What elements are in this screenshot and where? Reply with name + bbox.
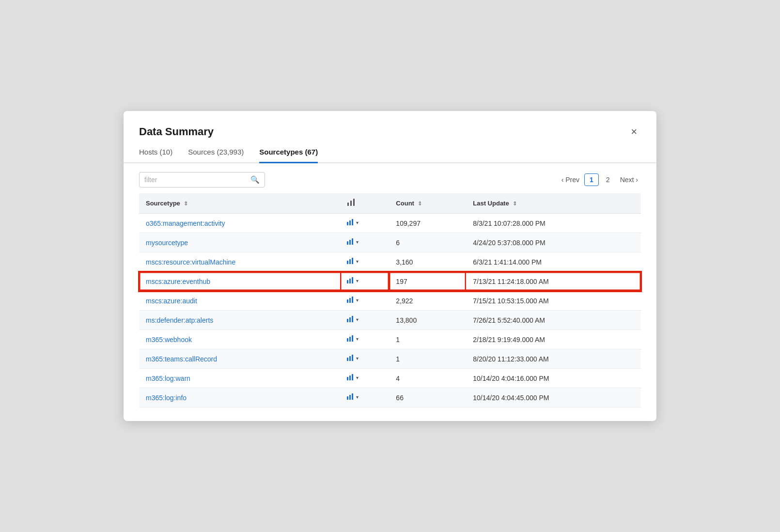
sourcetype-link[interactable]: o365:management:activity — [146, 219, 225, 227]
last-update-cell: 6/3/21 1:41:14.000 PM — [466, 252, 641, 272]
close-button[interactable]: × — [627, 125, 641, 139]
toolbar: 🔍 ‹ Prev12Next › — [124, 163, 656, 193]
table-row: mscs:resource:virtualMachine ▾ 3,1606/3/… — [139, 252, 641, 272]
modal-title: Data Summary — [139, 125, 214, 138]
sourcetype-cell: o365:management:activity — [139, 214, 340, 233]
sourcetype-cell: mysourcetype — [139, 233, 340, 252]
tab-hosts[interactable]: Hosts (10) — [139, 148, 172, 163]
last-update-cell: 2/18/21 9:19:49.000 AM — [466, 330, 641, 349]
chart-dropdown-arrow[interactable]: ▾ — [356, 317, 359, 322]
svg-rect-14 — [352, 277, 353, 283]
chart-cell: ▾ — [340, 349, 389, 369]
svg-rect-13 — [349, 279, 351, 283]
chart-cell: ▾ — [340, 252, 389, 272]
bar-chart-icon[interactable]: ▾ — [347, 219, 359, 226]
col-header-last_update[interactable]: Last Update ⇕ — [466, 193, 641, 214]
chart-cell: ▾ — [340, 388, 389, 407]
table-row: m365:webhook ▾ 12/18/21 9:19:49.000 AM — [139, 330, 641, 349]
next-page-button[interactable]: Next › — [617, 174, 641, 186]
filter-input[interactable] — [144, 176, 247, 184]
last-update-cell: 10/14/20 4:04:45.000 PM — [466, 388, 641, 407]
prev-page-button[interactable]: ‹ Prev — [559, 174, 582, 186]
chart-dropdown-arrow[interactable]: ▾ — [356, 239, 359, 245]
svg-rect-32 — [352, 393, 353, 400]
sourcetype-cell: mscs:resource:virtualMachine — [139, 252, 340, 272]
chart-dropdown-arrow[interactable]: ▾ — [356, 220, 359, 225]
svg-rect-11 — [352, 258, 353, 264]
svg-rect-18 — [347, 319, 348, 322]
table-row: m365:log:warn ▾ 410/14/20 4:04:16.000 PM — [139, 369, 641, 388]
modal-header: Data Summary × — [124, 111, 656, 139]
table-wrap: Sourcetype ⇕Count ⇕Last Update ⇕ o365:ma… — [124, 193, 656, 421]
svg-rect-29 — [352, 374, 353, 380]
page-button-2[interactable]: 2 — [601, 173, 615, 186]
sourcetype-link[interactable]: mscs:azure:audit — [146, 297, 197, 305]
bar-chart-icon[interactable]: ▾ — [347, 258, 359, 265]
svg-rect-28 — [349, 376, 351, 380]
tab-sourcetypes[interactable]: Sourcetypes (67) — [259, 148, 318, 163]
table-row: mysourcetype ▾ 64/24/20 5:37:08.000 PM — [139, 233, 641, 252]
sourcetype-cell: m365:log:warn — [139, 369, 340, 388]
chart-dropdown-arrow[interactable]: ▾ — [356, 394, 359, 400]
table-row: m365:log:info ▾ 6610/14/20 4:04:45.000 P… — [139, 388, 641, 407]
chart-cell: ▾ — [340, 233, 389, 252]
svg-rect-9 — [347, 261, 348, 264]
sourcetype-link[interactable]: mscs:azure:eventhub — [146, 278, 210, 285]
bar-chart-icon[interactable]: ▾ — [347, 355, 359, 361]
tab-sources[interactable]: Sources (23,993) — [188, 148, 244, 163]
svg-rect-8 — [352, 238, 353, 245]
svg-rect-7 — [349, 240, 351, 245]
sourcetype-link[interactable]: mscs:resource:virtualMachine — [146, 258, 235, 266]
count-cell: 6 — [389, 233, 466, 252]
data-summary-modal: Data Summary × Hosts (10)Sources (23,993… — [124, 111, 656, 421]
tabs-row: Hosts (10)Sources (23,993)Sourcetypes (6… — [124, 139, 656, 163]
chart-cell: ▾ — [340, 369, 389, 388]
table-row: mscs:azure:audit ▾ 2,9227/15/21 10:53:15… — [139, 291, 641, 311]
count-cell: 1 — [389, 330, 466, 349]
bar-chart-icon[interactable]: ▾ — [347, 277, 359, 284]
last-update-cell: 7/15/21 10:53:15.000 AM — [466, 291, 641, 311]
sort-icon-last_update: ⇕ — [511, 201, 517, 206]
last-update-cell: 10/14/20 4:04:16.000 PM — [466, 369, 641, 388]
data-table: Sourcetype ⇕Count ⇕Last Update ⇕ o365:ma… — [139, 193, 641, 407]
page-button-1[interactable]: 1 — [584, 173, 599, 186]
chart-dropdown-arrow[interactable]: ▾ — [356, 297, 359, 303]
sourcetype-cell: m365:webhook — [139, 330, 340, 349]
col-header-count[interactable]: Count ⇕ — [389, 193, 466, 214]
sourcetype-link[interactable]: mysourcetype — [146, 239, 188, 247]
filter-wrap: 🔍 — [139, 172, 265, 188]
last-update-cell: 8/20/20 11:12:33.000 AM — [466, 349, 641, 369]
count-cell: 66 — [389, 388, 466, 407]
last-update-cell: 7/13/21 11:24:18.000 AM — [466, 272, 641, 291]
count-cell: 13,800 — [389, 311, 466, 330]
svg-rect-10 — [349, 259, 351, 264]
svg-rect-0 — [347, 203, 349, 206]
sourcetype-link[interactable]: ms:defender:atp:alerts — [146, 316, 213, 324]
chart-dropdown-arrow[interactable]: ▾ — [356, 375, 359, 380]
sourcetype-cell: m365:teams:callRecord — [139, 349, 340, 369]
bar-chart-icon[interactable]: ▾ — [347, 393, 359, 400]
chart-dropdown-arrow[interactable]: ▾ — [356, 356, 359, 361]
count-cell: 3,160 — [389, 252, 466, 272]
sourcetype-link[interactable]: m365:log:warn — [146, 375, 190, 382]
chart-dropdown-arrow[interactable]: ▾ — [356, 278, 359, 283]
chart-dropdown-arrow[interactable]: ▾ — [356, 336, 359, 342]
svg-rect-21 — [347, 338, 348, 342]
last-update-cell: 7/26/21 5:52:40.000 AM — [466, 311, 641, 330]
sourcetype-link[interactable]: m365:log:info — [146, 394, 187, 402]
svg-rect-6 — [347, 241, 348, 245]
bar-chart-icon[interactable]: ▾ — [347, 374, 359, 381]
sourcetype-link[interactable]: m365:webhook — [146, 336, 192, 344]
count-cell: 1 — [389, 349, 466, 369]
bar-chart-icon[interactable]: ▾ — [347, 238, 359, 245]
table-head: Sourcetype ⇕Count ⇕Last Update ⇕ — [139, 193, 641, 214]
sourcetype-link[interactable]: m365:teams:callRecord — [146, 355, 217, 363]
chart-dropdown-arrow[interactable]: ▾ — [356, 259, 359, 264]
bar-chart-icon[interactable]: ▾ — [347, 316, 359, 323]
col-header-sourcetype[interactable]: Sourcetype ⇕ — [139, 193, 340, 214]
bar-chart-icon[interactable]: ▾ — [347, 335, 359, 342]
svg-rect-20 — [352, 316, 353, 322]
svg-rect-12 — [347, 280, 348, 283]
bar-chart-icon[interactable]: ▾ — [347, 297, 359, 303]
sourcetype-cell: mscs:azure:audit — [139, 291, 340, 311]
